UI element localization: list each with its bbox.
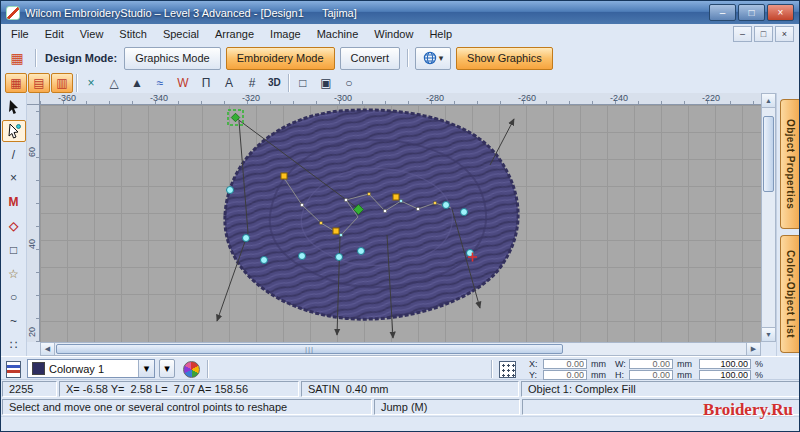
reference-point-icon[interactable] xyxy=(499,361,516,378)
ruler-label: -280 xyxy=(421,93,449,103)
triangle-solid-icon[interactable]: ▲ xyxy=(126,73,148,93)
graphics-mode-button[interactable]: Graphics Mode xyxy=(124,47,221,70)
vertical-scrollbar[interactable]: ▲ ▼ xyxy=(761,93,776,342)
tab-object-properties[interactable]: Object Properties xyxy=(780,99,800,229)
ruler-label: -340 xyxy=(145,93,173,103)
globe-dropdown-button[interactable]: ▾ xyxy=(415,47,451,70)
cut-tool[interactable]: × xyxy=(2,167,26,189)
circle-icon[interactable]: ○ xyxy=(338,73,360,93)
menu-view[interactable]: View xyxy=(72,24,112,44)
star-tool[interactable]: ☆ xyxy=(2,263,26,285)
shape-tool[interactable]: □ xyxy=(2,239,26,261)
points-tool[interactable]: ∷ xyxy=(2,334,26,356)
scroll-right-icon[interactable]: ▶ xyxy=(746,343,760,355)
colorway-color-chip xyxy=(32,362,45,375)
embroidery-mode-button[interactable]: Embroidery Mode xyxy=(226,47,335,70)
scale-width-input[interactable] xyxy=(699,359,751,369)
minimize-button[interactable]: – xyxy=(709,4,736,21)
x-unit: mm xyxy=(591,359,606,369)
toolbox: / × M ◇ □ ☆ ○ ~ ∷ xyxy=(1,93,27,356)
menu-file[interactable]: File xyxy=(3,24,37,44)
points-cross-icon[interactable]: × xyxy=(80,73,102,93)
design-canvas[interactable] xyxy=(40,105,761,342)
stitch-toolbar: ▦ ▤ ▥ × △ ▲ ≈ W Π A # 3D □ ▣ ○ xyxy=(1,72,799,94)
3d-view-button[interactable]: 3D xyxy=(264,77,285,88)
tab-color-object-list[interactable]: Color-Object List xyxy=(780,235,800,353)
app-icon xyxy=(6,6,20,20)
watermark: Broidery.Ru xyxy=(703,400,793,420)
colorway-select[interactable]: Colorway 1 ▾ xyxy=(27,359,155,378)
x-input[interactable] xyxy=(543,359,587,369)
hint-message: Select and move one or several control p… xyxy=(2,399,372,415)
menu-machine[interactable]: Machine xyxy=(309,24,367,44)
freehand-tool[interactable]: M xyxy=(2,191,26,213)
vertical-scroll-track[interactable] xyxy=(762,108,775,327)
ruler-label: -220 xyxy=(697,93,725,103)
mode-toolbar: ▦ Design Mode: Graphics Mode Embroidery … xyxy=(1,44,799,73)
doc-close-button[interactable]: × xyxy=(775,26,794,42)
hint-bar: Select and move one or several control p… xyxy=(1,398,800,416)
colorway-document-icon[interactable] xyxy=(6,361,21,378)
y-input[interactable] xyxy=(543,370,587,380)
scroll-down-icon[interactable]: ▼ xyxy=(762,327,775,341)
triangle-outline-icon[interactable]: △ xyxy=(103,73,125,93)
horizontal-scrollbar[interactable]: ◀ ||| ▶ xyxy=(40,342,761,356)
column-stitch-icon[interactable]: Π xyxy=(195,73,217,93)
menu-special[interactable]: Special xyxy=(155,24,207,44)
design-mode-label: Design Mode: xyxy=(43,52,119,64)
chevron-down-icon[interactable]: ▾ xyxy=(138,360,154,377)
scroll-left-icon[interactable]: ◀ xyxy=(41,343,55,355)
lasso-tool[interactable]: ◇ xyxy=(2,215,26,237)
color-wheel-icon[interactable] xyxy=(183,361,200,378)
menu-arrange[interactable]: Arrange xyxy=(207,24,262,44)
ellipse-tool[interactable]: ○ xyxy=(2,287,26,309)
horizontal-scroll-track[interactable]: ||| xyxy=(55,343,746,355)
close-button[interactable]: × xyxy=(767,4,794,21)
wave-stitch-icon[interactable]: ≈ xyxy=(149,73,171,93)
window-bottom-frame xyxy=(1,416,800,432)
menu-edit[interactable]: Edit xyxy=(37,24,72,44)
stitch-grid-icon[interactable]: ▦ xyxy=(5,73,27,93)
design-grid-icon[interactable]: ▤ xyxy=(28,73,50,93)
show-graphics-button[interactable]: Show Graphics xyxy=(456,47,553,70)
fill-grid-icon[interactable]: # xyxy=(241,73,263,93)
vertical-scroll-thumb[interactable] xyxy=(763,116,774,192)
w-input[interactable] xyxy=(629,359,673,369)
h-input[interactable] xyxy=(629,370,673,380)
pointer-coordinates: X= -6.58 Y= 2.58 L= 7.07 A= 158.56 xyxy=(59,381,299,397)
filled-box-icon[interactable]: ▣ xyxy=(315,73,337,93)
design-objects-icon[interactable]: ▦ xyxy=(6,48,28,68)
y-unit: mm xyxy=(591,370,606,380)
scale-height-input[interactable] xyxy=(699,370,751,380)
window-title: Wilcom EmbroideryStudio – Level 3 Advanc… xyxy=(25,7,704,19)
doc-restore-button[interactable]: □ xyxy=(754,26,773,42)
menu-help[interactable]: Help xyxy=(421,24,460,44)
maximize-button[interactable]: □ xyxy=(738,4,765,21)
doc-minimize-button[interactable]: – xyxy=(733,26,752,42)
select-tool[interactable] xyxy=(2,96,26,118)
ruler-label: 20 xyxy=(27,327,37,337)
entry-point-diamond[interactable] xyxy=(231,113,239,121)
scribble-icon[interactable]: W xyxy=(172,73,194,93)
w-unit: mm xyxy=(677,359,692,369)
dotted-box-icon[interactable]: □ xyxy=(292,73,314,93)
horizontal-scroll-thumb[interactable]: ||| xyxy=(56,344,563,354)
lettering-icon[interactable]: A xyxy=(218,73,240,93)
toolbar-separator xyxy=(207,360,208,378)
menu-image[interactable]: Image xyxy=(262,24,309,44)
menu-stitch[interactable]: Stitch xyxy=(111,24,155,44)
w-label: W: xyxy=(615,359,626,369)
measure-tool[interactable]: / xyxy=(2,144,26,166)
colorway-menu-button[interactable]: ▾ xyxy=(159,359,175,378)
colorway-selected-label: Colorway 1 xyxy=(49,363,138,375)
menu-window[interactable]: Window xyxy=(366,24,421,44)
convert-button[interactable]: Convert xyxy=(340,47,401,70)
x-label: X: xyxy=(529,359,538,369)
film-grid-icon[interactable]: ▥ xyxy=(51,73,73,93)
reshape-tool[interactable] xyxy=(2,120,26,142)
scroll-up-icon[interactable]: ▲ xyxy=(762,94,775,108)
curve-tool[interactable]: ~ xyxy=(2,310,26,332)
ruler-label: -300 xyxy=(329,93,357,103)
ruler-label: -240 xyxy=(605,93,633,103)
toolbar-separator xyxy=(35,49,36,67)
